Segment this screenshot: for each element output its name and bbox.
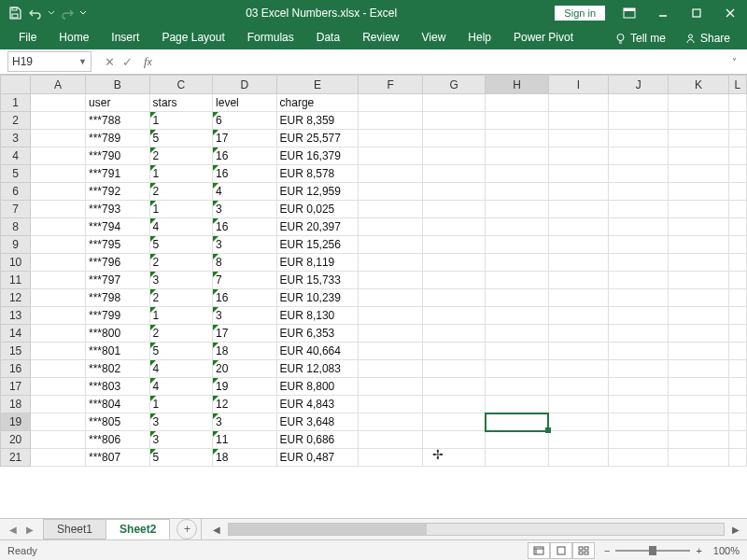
- cell-D17[interactable]: 19: [213, 378, 277, 396]
- cell-K2[interactable]: [669, 112, 728, 130]
- cell-K16[interactable]: [669, 360, 728, 378]
- cell-G14[interactable]: [422, 325, 485, 343]
- cell-H9[interactable]: [486, 236, 548, 254]
- cell-C2[interactable]: 1: [149, 112, 212, 130]
- row-header-18[interactable]: 18: [1, 396, 31, 413]
- cell-J1[interactable]: [609, 94, 669, 112]
- row-header-19[interactable]: 19: [1, 413, 31, 431]
- cell-K18[interactable]: [669, 396, 728, 413]
- cell-D18[interactable]: 12: [213, 396, 277, 413]
- cell-I4[interactable]: [548, 147, 608, 165]
- cell-B10[interactable]: ***796: [86, 254, 150, 272]
- cell-I6[interactable]: [548, 183, 608, 201]
- cell-K8[interactable]: [669, 218, 728, 236]
- cell-H16[interactable]: [486, 360, 548, 378]
- cell-C16[interactable]: 4: [149, 360, 212, 378]
- cell-L11[interactable]: [728, 272, 746, 289]
- cell-I7[interactable]: [548, 201, 608, 218]
- cell-J8[interactable]: [609, 218, 669, 236]
- cell-C9[interactable]: 5: [149, 236, 212, 254]
- zoom-level-label[interactable]: 100%: [713, 545, 740, 556]
- cell-E8[interactable]: EUR 20,397: [276, 218, 359, 236]
- cell-E16[interactable]: EUR 12,083: [276, 360, 359, 378]
- cell-H12[interactable]: [486, 289, 548, 307]
- cell-B8[interactable]: ***794: [86, 218, 150, 236]
- cell-E4[interactable]: EUR 16,379: [276, 147, 359, 165]
- cell-A5[interactable]: [31, 165, 86, 183]
- hscroll-right[interactable]: ▶: [728, 525, 743, 535]
- cell-C21[interactable]: 5: [149, 449, 212, 467]
- cell-J13[interactable]: [609, 307, 669, 325]
- cell-C12[interactable]: 2: [149, 289, 212, 307]
- cell-D12[interactable]: 16: [213, 289, 277, 307]
- cell-J5[interactable]: [609, 165, 669, 183]
- normal-view-button[interactable]: [528, 542, 550, 559]
- cell-K17[interactable]: [669, 378, 728, 396]
- cell-E18[interactable]: EUR 4,843: [276, 396, 359, 413]
- column-header-H[interactable]: H: [486, 76, 548, 94]
- row-header-14[interactable]: 14: [1, 325, 31, 343]
- cell-E15[interactable]: EUR 40,664: [276, 343, 359, 360]
- cell-C3[interactable]: 5: [149, 130, 212, 147]
- select-all-corner[interactable]: [1, 76, 31, 94]
- close-button[interactable]: [713, 0, 747, 25]
- cell-K4[interactable]: [669, 147, 728, 165]
- cell-K21[interactable]: [669, 449, 728, 467]
- cell-A17[interactable]: [31, 378, 86, 396]
- cell-A2[interactable]: [31, 112, 86, 130]
- cell-L2[interactable]: [728, 112, 746, 130]
- redo-button[interactable]: [58, 4, 77, 22]
- column-header-B[interactable]: B: [86, 76, 150, 94]
- cell-C17[interactable]: 4: [149, 378, 212, 396]
- cell-E5[interactable]: EUR 8,578: [276, 165, 359, 183]
- cell-J4[interactable]: [609, 147, 669, 165]
- cell-F15[interactable]: [359, 343, 423, 360]
- row-header-12[interactable]: 12: [1, 289, 31, 307]
- name-box[interactable]: H19 ▼: [7, 51, 92, 72]
- cell-B7[interactable]: ***793: [86, 201, 150, 218]
- cell-E14[interactable]: EUR 6,353: [276, 325, 359, 343]
- sheet-nav-prev[interactable]: ◀: [6, 525, 21, 535]
- cell-C5[interactable]: 1: [149, 165, 212, 183]
- cell-G9[interactable]: [422, 236, 485, 254]
- cancel-formula-icon[interactable]: ✕: [105, 55, 115, 69]
- cell-B1[interactable]: user: [86, 94, 150, 112]
- signin-button[interactable]: Sign in: [555, 6, 605, 21]
- cell-I20[interactable]: [548, 431, 608, 449]
- cell-I3[interactable]: [548, 130, 608, 147]
- cell-I18[interactable]: [548, 396, 608, 413]
- cell-D6[interactable]: 4: [213, 183, 277, 201]
- cell-K6[interactable]: [669, 183, 728, 201]
- row-header-7[interactable]: 7: [1, 201, 31, 218]
- cell-A3[interactable]: [31, 130, 86, 147]
- cell-J18[interactable]: [609, 396, 669, 413]
- cell-E12[interactable]: EUR 10,239: [276, 289, 359, 307]
- cell-J3[interactable]: [609, 130, 669, 147]
- column-header-D[interactable]: D: [213, 76, 277, 94]
- row-header-13[interactable]: 13: [1, 307, 31, 325]
- cell-I15[interactable]: [548, 343, 608, 360]
- cell-L19[interactable]: [728, 413, 746, 431]
- row-header-5[interactable]: 5: [1, 165, 31, 183]
- cell-J15[interactable]: [609, 343, 669, 360]
- sheet-tab-sheet2[interactable]: Sheet2: [106, 519, 170, 539]
- cell-F17[interactable]: [359, 378, 423, 396]
- cell-I10[interactable]: [548, 254, 608, 272]
- cell-H15[interactable]: [486, 343, 548, 360]
- cell-B5[interactable]: ***791: [86, 165, 150, 183]
- cell-D20[interactable]: 11: [213, 431, 277, 449]
- cell-B6[interactable]: ***792: [86, 183, 150, 201]
- cell-F9[interactable]: [359, 236, 423, 254]
- add-sheet-button[interactable]: +: [176, 519, 197, 539]
- cell-K20[interactable]: [669, 431, 728, 449]
- column-header-C[interactable]: C: [149, 76, 212, 94]
- cell-L7[interactable]: [728, 201, 746, 218]
- cell-B16[interactable]: ***802: [86, 360, 150, 378]
- cell-B20[interactable]: ***806: [86, 431, 150, 449]
- cell-J6[interactable]: [609, 183, 669, 201]
- cell-D8[interactable]: 16: [213, 218, 277, 236]
- cell-C8[interactable]: 4: [149, 218, 212, 236]
- cell-I12[interactable]: [548, 289, 608, 307]
- cell-L8[interactable]: [728, 218, 746, 236]
- cell-C4[interactable]: 2: [149, 147, 212, 165]
